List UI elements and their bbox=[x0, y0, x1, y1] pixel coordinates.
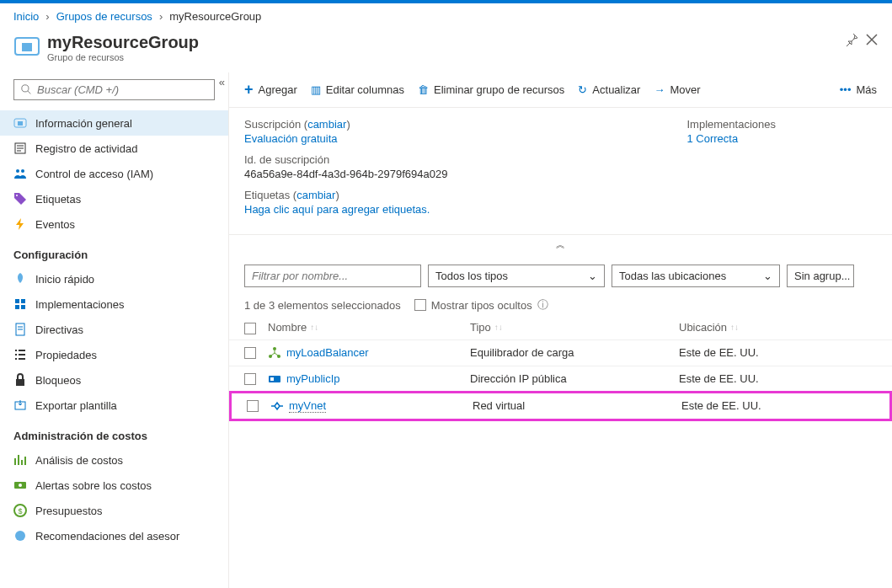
table-row[interactable]: myPublicIp Dirección IP pública Este de … bbox=[229, 366, 892, 392]
sort-icon: ↑↓ bbox=[494, 323, 503, 332]
sidebar-item-budgets[interactable]: $ Presupuestos bbox=[0, 498, 228, 523]
lock-icon bbox=[13, 373, 27, 387]
columns-icon: ▥ bbox=[311, 83, 321, 96]
lightning-icon bbox=[13, 217, 27, 231]
breadcrumb-home[interactable]: Inicio bbox=[13, 10, 39, 23]
subscription-id-label: Id. de suscripción bbox=[244, 153, 447, 166]
row-checkbox[interactable] bbox=[244, 347, 256, 359]
more-button[interactable]: •••Más bbox=[840, 83, 877, 96]
essentials-panel: Suscripción (cambiar) Evaluación gratuit… bbox=[229, 108, 892, 235]
svg-text:$: $ bbox=[18, 507, 22, 516]
collapse-essentials-icon[interactable]: ︽ bbox=[229, 235, 892, 254]
chevron-right-icon: › bbox=[45, 10, 49, 23]
sidebar-item-deployments[interactable]: Implementaciones bbox=[0, 291, 228, 317]
collapse-sidebar-icon[interactable]: « bbox=[219, 76, 225, 88]
sidebar-item-label: Análisis de costos bbox=[35, 454, 123, 467]
public-ip-icon bbox=[268, 372, 281, 386]
load-balancer-icon bbox=[268, 346, 281, 360]
sidebar-item-cost-analysis[interactable]: Análisis de costos bbox=[0, 447, 228, 473]
select-all-checkbox[interactable] bbox=[244, 323, 256, 334]
chart-icon bbox=[13, 453, 27, 467]
filter-grouping-select[interactable]: Sin agrup... bbox=[787, 265, 854, 287]
resources-table: Nombre↑↓ Tipo↑↓ Ubicación↑↓ myLoadBalanc… bbox=[229, 316, 892, 421]
resource-link[interactable]: myPublicIp bbox=[268, 372, 470, 386]
breadcrumb-current: myResourceGroup bbox=[169, 10, 261, 23]
sidebar-item-label: Implementaciones bbox=[35, 298, 125, 311]
filters-row: Todos los tipos⌄ Todas las ubicaciones⌄ … bbox=[229, 254, 892, 287]
page-title: myResourceGroup bbox=[47, 33, 199, 52]
resource-link[interactable]: myVnet bbox=[270, 399, 473, 413]
vnet-icon bbox=[270, 399, 284, 413]
info-icon[interactable]: ⓘ bbox=[537, 297, 548, 313]
selection-count: 1 de 3 elementos seleccionados bbox=[244, 299, 401, 312]
sidebar-item-tags[interactable]: Etiquetas bbox=[0, 186, 228, 211]
close-icon[interactable] bbox=[865, 33, 879, 46]
sidebar-item-quickstart[interactable]: Inicio rápido bbox=[0, 266, 228, 291]
sidebar-item-label: Directivas bbox=[35, 323, 83, 336]
resource-location: Este de EE. UU. bbox=[679, 346, 877, 359]
table-row[interactable]: myLoadBalancer Equilibrador de carga Est… bbox=[229, 339, 892, 366]
change-subscription-link[interactable]: cambiar bbox=[307, 118, 346, 131]
svg-rect-10 bbox=[21, 299, 25, 303]
column-header-name[interactable]: Nombre↑↓ bbox=[268, 321, 470, 334]
refresh-button[interactable]: ↻Actualizar bbox=[578, 83, 640, 96]
resource-type: Dirección IP pública bbox=[470, 372, 679, 385]
column-header-type[interactable]: Tipo↑↓ bbox=[470, 321, 679, 334]
subscription-value[interactable]: Evaluación gratuita bbox=[244, 132, 447, 145]
svg-rect-14 bbox=[16, 379, 24, 386]
sidebar-item-locks[interactable]: Bloqueos bbox=[0, 367, 228, 393]
sidebar-item-events[interactable]: Eventos bbox=[0, 211, 228, 237]
sidebar-item-label: Etiquetas bbox=[35, 193, 81, 206]
sidebar-item-export[interactable]: Exportar plantilla bbox=[0, 393, 228, 418]
change-tags-link[interactable]: cambiar bbox=[296, 189, 335, 201]
filter-types-select[interactable]: Todos los tipos⌄ bbox=[428, 265, 605, 287]
delete-button[interactable]: 🗑Eliminar grupo de recursos bbox=[418, 83, 564, 96]
sidebar-item-label: Alertas sobre los costos bbox=[35, 479, 152, 492]
sidebar-item-label: Propiedades bbox=[35, 349, 97, 361]
sidebar-item-policies[interactable]: Directivas bbox=[0, 317, 228, 342]
svg-point-21 bbox=[273, 347, 276, 350]
add-button[interactable]: +Agregar bbox=[244, 81, 297, 99]
sort-icon: ↑↓ bbox=[730, 323, 739, 332]
search-icon bbox=[21, 84, 32, 95]
sidebar-item-advisor[interactable]: Recomendaciones del asesor bbox=[0, 523, 228, 548]
resource-location: Este de EE. UU. bbox=[681, 399, 874, 412]
sidebar-item-label: Exportar plantilla bbox=[35, 399, 117, 412]
advisor-icon bbox=[13, 529, 27, 543]
row-checkbox[interactable] bbox=[247, 400, 259, 412]
resource-link[interactable]: myLoadBalancer bbox=[268, 346, 470, 360]
sidebar-item-iam[interactable]: Control de acceso (IAM) bbox=[0, 161, 228, 186]
sidebar-item-overview[interactable]: Información general bbox=[0, 110, 228, 136]
move-button[interactable]: →Mover bbox=[654, 83, 700, 96]
deployments-label: Implementaciones bbox=[687, 118, 777, 131]
filter-locations-select[interactable]: Todas las ubicaciones⌄ bbox=[612, 265, 780, 287]
svg-rect-9 bbox=[15, 299, 19, 303]
column-header-location[interactable]: Ubicación↑↓ bbox=[679, 321, 877, 334]
pin-icon[interactable] bbox=[845, 33, 858, 46]
money-icon bbox=[13, 478, 27, 492]
sort-icon: ↑↓ bbox=[310, 323, 318, 332]
tag-icon bbox=[13, 192, 27, 206]
table-row[interactable]: myVnet Red virtual Este de EE. UU. bbox=[229, 391, 892, 421]
breadcrumb-groups[interactable]: Grupos de recursos bbox=[56, 10, 152, 23]
sidebar-item-cost-alerts[interactable]: Alertas sobre los costos bbox=[0, 473, 228, 498]
deploy-icon bbox=[13, 297, 27, 311]
filter-name-input[interactable] bbox=[244, 265, 421, 287]
row-checkbox[interactable] bbox=[244, 373, 256, 385]
sidebar-item-properties[interactable]: Propiedades bbox=[0, 342, 228, 367]
edit-columns-button[interactable]: ▥Editar columnas bbox=[311, 83, 404, 96]
deployments-value[interactable]: 1 Correcta bbox=[687, 132, 777, 145]
trash-icon: 🗑 bbox=[418, 83, 429, 96]
refresh-icon: ↻ bbox=[578, 83, 587, 96]
show-hidden-label: Mostrar tipos ocultos bbox=[431, 299, 532, 312]
show-hidden-checkbox[interactable] bbox=[414, 299, 426, 311]
svg-rect-25 bbox=[270, 377, 274, 381]
list-icon bbox=[13, 348, 27, 361]
rocket-icon bbox=[13, 272, 27, 286]
sidebar-search-input[interactable] bbox=[37, 83, 207, 96]
sidebar-section-config: Configuración bbox=[0, 237, 228, 266]
page-subtitle: Grupo de recursos bbox=[47, 52, 199, 62]
tags-hint[interactable]: Haga clic aquí para agregar etiquetas. bbox=[244, 203, 447, 216]
sidebar-item-activity-log[interactable]: Registro de actividad bbox=[0, 136, 228, 161]
sidebar-search[interactable] bbox=[13, 79, 215, 100]
